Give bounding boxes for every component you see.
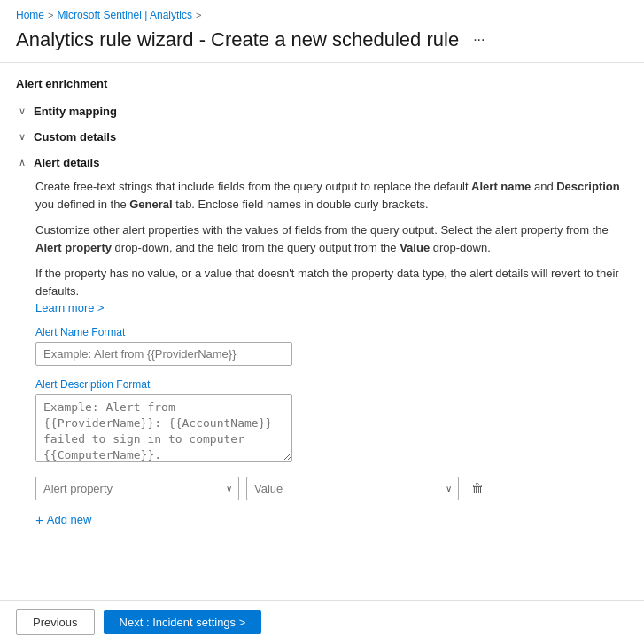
desc2-bold2: Value — [400, 241, 430, 254]
footer-bar: Previous Next : Incident settings > — [0, 600, 644, 644]
custom-details-header[interactable]: ∨ Custom details — [16, 125, 628, 149]
delete-row-button[interactable]: 🗑 — [466, 477, 489, 499]
desc1-text1: Create free-text strings that include fi… — [35, 180, 471, 193]
alert-description-format-label: Alert Description Format — [35, 378, 628, 391]
desc1-mid: and — [531, 180, 556, 193]
desc2-mid: drop-down, and the field from the query … — [112, 241, 400, 254]
desc2-start: Customize other alert properties with th… — [35, 223, 609, 237]
desc2-bold: Alert property — [35, 241, 112, 254]
desc1-bold3: General — [129, 198, 172, 211]
entity-mapping-accordion: ∨ Entity mapping — [16, 99, 628, 123]
alert-property-select[interactable]: Alert property — [35, 477, 239, 500]
entity-mapping-title: Entity mapping — [34, 105, 117, 118]
alert-description-format-group: Alert Description Format — [35, 378, 628, 464]
desc1-bold1: Alert name — [471, 180, 531, 193]
description-1: Create free-text strings that include fi… — [35, 178, 628, 213]
alert-details-header[interactable]: ∧ Alert details — [16, 151, 628, 175]
desc1-end: you defined in the — [35, 198, 129, 211]
alert-property-row: Alert property ∨ Value ∨ 🗑 — [35, 477, 628, 500]
breadcrumb-sentinel[interactable]: Microsoft Sentinel | Analytics — [57, 9, 192, 21]
breadcrumb-sep-2: > — [196, 10, 201, 20]
value-select[interactable]: Value — [246, 477, 459, 500]
alert-name-format-input[interactable] — [35, 342, 292, 366]
alert-details-content: Create free-text strings that include fi… — [16, 175, 628, 537]
value-wrapper: Value ∨ — [246, 477, 459, 500]
custom-details-chevron: ∨ — [16, 131, 28, 143]
page-title: Analytics rule wizard - Create a new sch… — [16, 28, 459, 51]
description-3: If the property has no value, or a value… — [35, 265, 628, 317]
desc1-bold2: Description — [556, 180, 620, 193]
alert-property-wrapper: Alert property ∨ — [35, 477, 239, 500]
more-options-button[interactable]: ··· — [468, 30, 490, 50]
custom-details-accordion: ∨ Custom details — [16, 125, 628, 149]
alert-enrichment-label: Alert enrichment — [16, 77, 628, 90]
desc1-end2: tab. Enclose field names in double curly… — [173, 198, 429, 211]
breadcrumb: Home > Microsoft Sentinel | Analytics > — [0, 0, 644, 27]
learn-more-link[interactable]: Learn more > — [35, 301, 105, 314]
previous-button[interactable]: Previous — [16, 609, 95, 635]
alert-name-format-group: Alert Name Format — [35, 326, 628, 366]
custom-details-title: Custom details — [34, 130, 116, 144]
alert-details-title: Alert details — [34, 156, 99, 169]
desc2-end: drop-down. — [430, 241, 491, 254]
alert-name-format-label: Alert Name Format — [35, 326, 628, 338]
add-new-plus-icon: + — [35, 512, 43, 527]
description-2: Customize other alert properties with th… — [35, 221, 628, 256]
breadcrumb-home[interactable]: Home — [16, 9, 44, 21]
entity-mapping-chevron: ∨ — [16, 105, 28, 117]
alert-details-accordion: ∧ Alert details Create free-text strings… — [16, 151, 628, 537]
entity-mapping-header[interactable]: ∨ Entity mapping — [16, 99, 628, 123]
delete-icon: 🗑 — [471, 481, 484, 495]
desc3-start: If the property has no value, or a value… — [35, 267, 619, 298]
breadcrumb-sep-1: > — [48, 10, 53, 20]
alert-details-chevron: ∧ — [16, 157, 28, 168]
page-title-bar: Analytics rule wizard - Create a new sch… — [0, 27, 644, 62]
alert-description-format-input[interactable] — [35, 394, 292, 462]
main-content: Alert enrichment ∨ Entity mapping ∨ Cust… — [0, 63, 644, 609]
next-button[interactable]: Next : Incident settings > — [104, 610, 262, 634]
add-new-button[interactable]: + Add new — [35, 509, 91, 530]
add-new-label: Add new — [47, 513, 92, 526]
